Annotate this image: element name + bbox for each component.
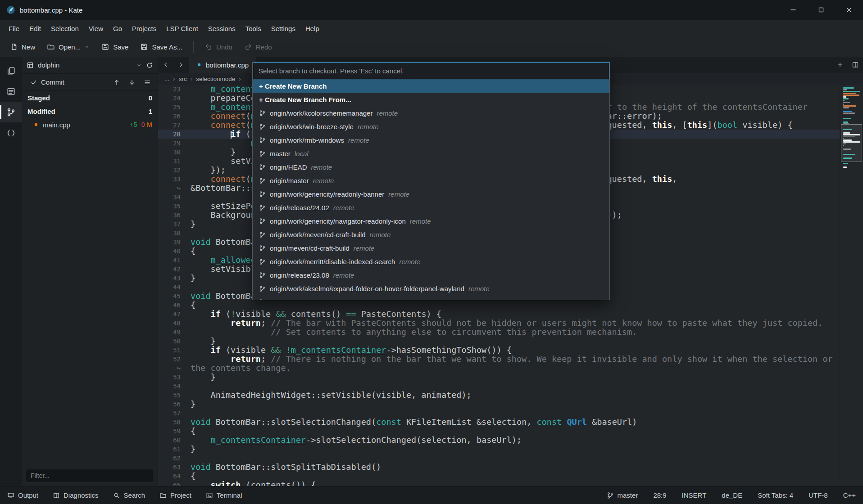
code-line[interactable]: 47 if (!visible && contents() == PasteCo… — [158, 310, 863, 319]
new-button[interactable]: New — [5, 39, 41, 54]
code-line[interactable]: 55 AnimatedHeightWidget::setVisible(visi… — [158, 391, 863, 400]
branch-item[interactable]: origin/release/24.02remote — [253, 201, 609, 214]
git-push-button[interactable] — [110, 76, 123, 89]
breadcrumb-item[interactable]: src — [179, 76, 187, 82]
menu-settings[interactable]: Settings — [266, 21, 300, 36]
statusbar-master[interactable]: master — [607, 491, 638, 499]
save-as-button[interactable]: Save As... — [135, 39, 188, 54]
statusbar-project[interactable]: Project — [159, 491, 191, 499]
branch-item[interactable]: origin/work/merritt/disable-indexed-sear… — [253, 255, 609, 268]
staged-section-header[interactable]: Staged 0 — [22, 91, 158, 104]
code-line[interactable]: 49 // Set contents to anything else to c… — [158, 328, 863, 337]
filter-input[interactable] — [26, 469, 154, 482]
statusbar-insert[interactable]: INSERT — [682, 491, 707, 499]
modified-section-header[interactable]: Modified 1 — [22, 104, 158, 118]
menu-tools[interactable]: Tools — [241, 21, 266, 36]
code-line[interactable]: 63void BottomBar::slotSplitTabDisabled() — [158, 463, 863, 472]
sidebar-filesystem-button[interactable] — [0, 81, 22, 102]
code-line[interactable]: 64{ — [158, 472, 863, 481]
code-line[interactable]: 59{ — [158, 427, 863, 436]
branch-action-item[interactable]: + Create New Branch From... — [253, 93, 609, 106]
branch-item[interactable]: origin/meven/cd-craft-buildremote — [253, 241, 609, 255]
code-line[interactable]: 60 m_contentsContainer->slotSelectionCha… — [158, 436, 863, 445]
breadcrumb-item[interactable]: selectionmode — [196, 76, 235, 82]
statusbar-utf-8[interactable]: UTF-8 — [808, 491, 828, 499]
git-file-row[interactable]: main.cpp+5 -0 M — [22, 118, 158, 131]
maximize-button[interactable] — [807, 0, 835, 20]
statusbar-terminal[interactable]: Terminal — [206, 491, 242, 499]
branch-item[interactable]: origin/release/23.08remote — [253, 268, 609, 282]
git-branch-icon — [259, 285, 266, 292]
project-chevron-down-icon[interactable] — [136, 63, 142, 68]
breadcrumb-item[interactable]: ... — [164, 76, 169, 82]
statusbar-output[interactable]: Output — [7, 491, 38, 499]
branch-item[interactable]: origin/masterremote — [253, 174, 609, 187]
tab-bottombar[interactable]: bottombar.cpp — [189, 57, 256, 73]
branch-item[interactable]: origin/work/rmb-windowsremote — [253, 133, 609, 147]
menu-file[interactable]: File — [4, 21, 24, 36]
close-button[interactable] — [835, 0, 863, 20]
split-view-button[interactable] — [848, 57, 863, 73]
menu-selection[interactable]: Selection — [46, 21, 84, 36]
branch-item[interactable]: origin/work/…remote — [253, 295, 609, 300]
minimap-viewport[interactable] — [841, 124, 862, 162]
code-line[interactable]: 62 — [158, 454, 863, 463]
branch-item[interactable]: origin/work/meven/cd-craft-buildremote — [253, 228, 609, 241]
menu-edit[interactable]: Edit — [24, 21, 46, 36]
redo-button[interactable]: Redo — [239, 39, 277, 54]
code-line[interactable]: ↪the contents change. — [158, 364, 863, 373]
branch-action-item[interactable]: + Create New Branch — [253, 79, 609, 93]
sidebar-documents-button[interactable] — [0, 60, 22, 81]
code-line[interactable]: 56} — [158, 400, 863, 409]
forward-button[interactable] — [173, 57, 189, 73]
code-line[interactable]: 48 return; // The bar with PasteContents… — [158, 319, 863, 328]
statusbar-c++[interactable]: C++ — [843, 491, 856, 499]
code-line[interactable]: 51 if (visible && !m_contentsContainer->… — [158, 346, 863, 355]
menu-view[interactable]: View — [84, 21, 108, 36]
statusbar-de-de[interactable]: de_DE — [722, 491, 742, 499]
code-line[interactable]: 50 } — [158, 337, 863, 346]
code-line[interactable]: 46{ — [158, 301, 863, 310]
refresh-icon[interactable] — [146, 62, 153, 69]
code-line[interactable]: 53 } — [158, 373, 863, 382]
branch-item[interactable]: origin/work/akselmo/expand-folder-on-hov… — [253, 282, 609, 295]
branch-item[interactable]: origin/work/genericity/readonly-bannerre… — [253, 187, 609, 201]
branch-item[interactable]: origin/work/genericity/navigator-readonl… — [253, 214, 609, 228]
statusbar-search[interactable]: Search — [113, 491, 145, 499]
minimize-button[interactable] — [779, 0, 807, 20]
menu-sessions[interactable]: Sessions — [203, 21, 241, 36]
quick-open-button[interactable] — [832, 57, 848, 73]
code-line[interactable]: 57 — [158, 409, 863, 418]
minimap[interactable] — [840, 85, 863, 486]
statusbar-diagnostics[interactable]: Diagnostics — [53, 491, 99, 499]
code-line[interactable]: 52 return; // There is nothing on the ba… — [158, 355, 863, 364]
branch-item[interactable]: origin/work/kcolorschememanagerremote — [253, 106, 609, 120]
code-line[interactable]: 58void BottomBar::slotSelectionChanged(c… — [158, 418, 863, 427]
commit-button[interactable]: Commit — [26, 76, 69, 89]
project-name[interactable]: dolphin — [38, 61, 59, 69]
statusbar-28-9[interactable]: 28:9 — [653, 491, 666, 499]
code-line[interactable]: 61} — [158, 445, 863, 454]
line-text — [191, 454, 863, 463]
branch-item[interactable]: origin/HEADremote — [253, 160, 609, 174]
menu-go[interactable]: Go — [108, 21, 127, 36]
git-menu-button[interactable] — [141, 76, 154, 89]
save-button[interactable]: Save — [96, 39, 134, 54]
code-line[interactable]: 54 — [158, 382, 863, 391]
statusbar-soft-tabs-4[interactable]: Soft Tabs: 4 — [758, 491, 793, 499]
git-pull-button[interactable] — [125, 76, 139, 89]
redo-icon — [244, 43, 252, 51]
branch-item[interactable]: masterlocal — [253, 147, 609, 160]
open-button[interactable]: Open... — [41, 39, 95, 54]
sidebar-git-button[interactable] — [0, 102, 22, 122]
menu-projects[interactable]: Projects — [127, 21, 161, 36]
menu-help[interactable]: Help — [300, 21, 324, 36]
menu-lsp-client[interactable]: LSP Client — [161, 21, 203, 36]
branch-search-input[interactable] — [253, 62, 609, 79]
undo-button[interactable]: Undo — [199, 39, 238, 54]
back-button[interactable] — [158, 57, 173, 73]
line-number: 52 — [158, 355, 191, 364]
branch-item[interactable]: origin/work/win-breeze-styleremote — [253, 120, 609, 133]
sidebar-symbols-button[interactable] — [0, 122, 22, 143]
code-line[interactable]: 65 switch (contents()) { — [158, 481, 863, 486]
